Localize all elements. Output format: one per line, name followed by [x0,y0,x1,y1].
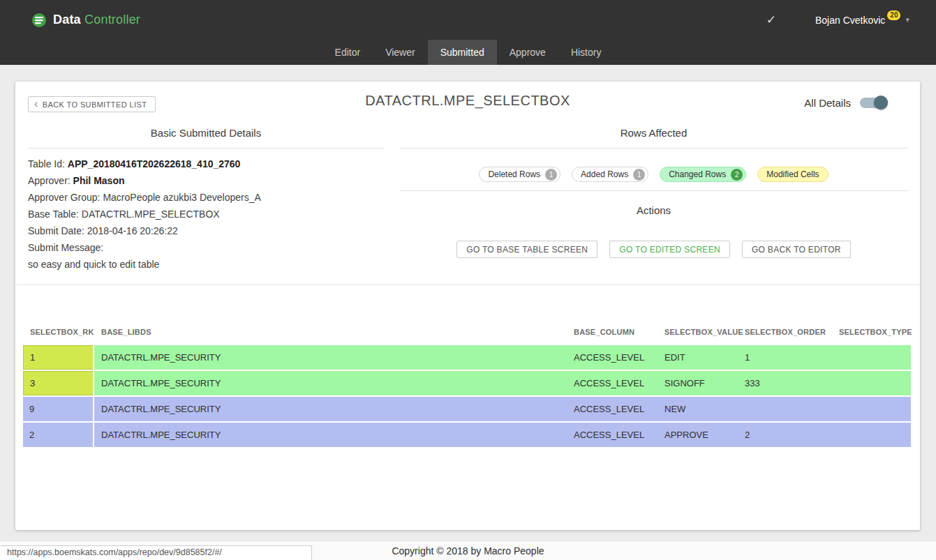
chip-modified-cells[interactable]: Modified Cells [757,167,828,182]
copyright-text: Copyright © 2018 by Macro People [392,545,544,557]
field-label: Table Id: [28,158,65,169]
field-approver: Approver: Phil Mason [28,172,384,189]
cell-base-libds: DATACTRL.MPE_SECURITY [94,423,567,447]
detail-fields: Table Id: APP_20180416T202622618_410_276… [28,156,384,273]
cell-selectbox-type [832,397,911,421]
table-row: 3 DATACTRL.MPE_SECURITY ACCESS_LEVEL SIG… [23,371,911,395]
cell-base-libds: DATACTRL.MPE_SECURITY [94,345,567,370]
cell-base-column: ACCESS_LEVEL [567,371,658,395]
chip-label: Deleted Rows [488,169,540,179]
field-submit-message-label: Submit Message: [28,239,384,256]
basic-details-heading: Basic Submitted Details [28,122,384,148]
chip-deleted-rows[interactable]: Deleted Rows 1 [479,167,560,182]
table-header-row: SELECTBOX_RK BASE_LIBDS BASE_COLUMN SELE… [23,323,911,341]
chip-label: Changed Rows [669,169,726,179]
field-label: Submit Message: [28,242,103,253]
browser-status-url: https://apps.boemskats.com/apps/repo/dev… [0,545,312,560]
column-header-selectbox-order[interactable]: SELECTBOX_ORDER [738,328,832,336]
divider [400,190,907,191]
cell-base-column: ACCESS_LEVEL [567,397,658,421]
field-label: Approver: [28,175,70,186]
app-root: Data Controller ✓ Bojan Cvetkovic 20 ▾ E… [0,0,936,560]
field-value: MacroPeople azukbi3 Developers_A [103,192,260,203]
cell-base-libds: DATACTRL.MPE_SECURITY [94,371,567,395]
field-label: Base Table: [28,209,79,220]
user-name: Bojan Cvetkovic [815,15,885,26]
brand-title-controller: Controller [84,13,140,27]
top-bar: Data Controller ✓ Bojan Cvetkovic 20 ▾ [0,0,936,40]
field-value: DATACTRL.MPE_SELECTBOX [82,209,220,220]
rows-affected-chips: Deleted Rows 1 Added Rows 1 Changed Rows… [400,167,907,182]
submitted-rows-table: SELECTBOX_RK BASE_LIBDS BASE_COLUMN SELE… [23,323,911,448]
detail-columns: Basic Submitted Details Table Id: APP_20… [28,122,907,273]
field-value: so easy and quick to edit table [28,259,159,270]
chip-label: Modified Cells [766,169,819,179]
nav-tab-history[interactable]: History [558,40,614,65]
column-header-base-column[interactable]: BASE_COLUMN [567,328,658,336]
field-label: Approver Group: [28,192,101,203]
table-row: 2 DATACTRL.MPE_SECURITY ACCESS_LEVEL APP… [23,423,911,447]
chip-added-rows[interactable]: Added Rows 1 [572,167,648,182]
brand-logo[interactable]: Data Controller [31,13,140,28]
all-details-toggle[interactable] [860,98,886,108]
cell-base-column: ACCESS_LEVEL [567,345,658,370]
column-header-selectbox-value[interactable]: SELECTBOX_VALUE [658,328,738,336]
cell-selectbox-value: APPROVE [658,423,738,447]
cell-selectbox-type [832,371,911,395]
rows-affected-section: Rows Affected Deleted Rows 1 Added Rows … [400,122,907,273]
field-table-id: Table Id: APP_20180416T202622618_410_276… [28,156,384,172]
cell-selectbox-type [832,345,911,370]
cell-selectbox-rk: 9 [23,397,94,421]
cell-selectbox-rk: 3 [23,371,94,395]
table-row: 1 DATACTRL.MPE_SECURITY ACCESS_LEVEL EDI… [23,345,911,370]
check-icon: ✓ [766,13,776,27]
field-value: 2018-04-16 20:26:22 [87,225,178,236]
go-to-edited-screen-button[interactable]: GO TO EDITED SCREEN [609,241,730,258]
field-label: Submit Date: [28,225,84,236]
cell-selectbox-value: EDIT [658,345,738,370]
cell-selectbox-value: NEW [658,397,738,421]
table-row: 9 DATACTRL.MPE_SECURITY ACCESS_LEVEL NEW [23,397,911,421]
cell-selectbox-order [738,397,832,421]
field-value: Phil Mason [73,175,125,186]
cell-base-column: ACCESS_LEVEL [567,423,658,447]
cell-selectbox-rk: 1 [23,345,94,370]
cell-base-libds: DATACTRL.MPE_SECURITY [94,397,567,421]
chevron-down-icon: ▾ [905,15,909,24]
all-details-control: All Details [804,97,886,109]
brand-title: Data Controller [53,13,140,27]
divider [15,285,920,285]
field-submit-message-value: so easy and quick to edit table [28,256,384,273]
cell-selectbox-type [832,423,911,447]
go-to-base-table-screen-button[interactable]: GO TO BASE TABLE SCREEN [456,241,597,258]
chip-count-badge: 2 [731,169,743,181]
nav-tab-submitted[interactable]: Submitted [428,40,497,65]
cell-selectbox-order: 2 [738,423,832,447]
field-base-table: Base Table: DATACTRL.MPE_SELECTBOX [28,206,384,222]
chip-changed-rows[interactable]: Changed Rows 2 [660,167,746,182]
cell-selectbox-value: SIGNOFF [658,371,738,395]
cell-selectbox-order: 333 [738,371,832,395]
toggle-knob [874,96,888,109]
cell-selectbox-rk: 2 [23,423,94,447]
go-back-to-editor-button[interactable]: GO BACK TO EDITOR [742,241,851,258]
nav-tab-editor[interactable]: Editor [322,40,373,65]
column-header-base-libds[interactable]: BASE_LIBDS [94,328,567,336]
nav-tab-viewer[interactable]: Viewer [373,40,428,65]
all-details-label: All Details [804,97,851,109]
divider [28,148,384,149]
rows-affected-heading: Rows Affected [400,122,907,148]
field-approver-group: Approver Group: MacroPeople azukbi3 Deve… [28,189,384,206]
user-menu[interactable]: Bojan Cvetkovic 20 ▾ [815,15,909,26]
divider [400,148,907,149]
column-header-selectbox-rk[interactable]: SELECTBOX_RK [23,328,94,336]
submitted-detail-card: ‹ BACK TO SUBMITTED LIST DATACTRL.MPE_SE… [15,82,920,530]
chip-label: Added Rows [581,169,628,179]
user-badge: 20 [887,10,900,20]
nav-tab-approve[interactable]: Approve [497,40,558,65]
field-value: APP_20180416T202622618_410_2760 [68,158,241,169]
chip-count-badge: 1 [545,169,557,181]
cell-selectbox-order: 1 [738,345,832,370]
brand-logo-icon [31,13,47,28]
column-header-selectbox-type[interactable]: SELECTBOX_TYPE [832,328,911,336]
